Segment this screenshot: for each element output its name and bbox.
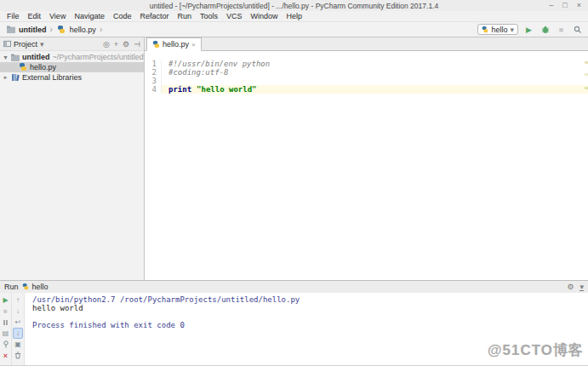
tree-file-name: hello.py (30, 63, 56, 71)
python-file-icon (152, 41, 160, 49)
soft-wrap-icon[interactable]: ↩ (13, 317, 23, 328)
up-stacktrace-icon[interactable]: ↑ (13, 295, 23, 306)
code-print-statement: print"hello world" (162, 85, 588, 94)
tab-label: hello.py (163, 40, 189, 49)
console-command-line: /usr/bin/python2.7 /root/PycharmProjects… (32, 295, 588, 304)
chevron-right-icon: › (100, 25, 102, 34)
minimize-button[interactable]: – (549, 0, 553, 11)
code-comment-coding: #coding:utf-8 (162, 68, 588, 77)
stop-icon[interactable]: ■ (1, 306, 11, 317)
console-blank-line (32, 312, 588, 321)
error-stripe[interactable] (585, 51, 588, 280)
menu-tools[interactable]: Tools (196, 11, 222, 22)
pause-output-icon[interactable] (1, 317, 11, 328)
locate-file-icon[interactable]: ◎ (103, 37, 110, 51)
navigation-bar: untitled › hello.py › hello ▾ ▶ ■ (0, 22, 588, 37)
console-stdout-line: hello world (32, 304, 588, 312)
down-stacktrace-icon[interactable]: ↓ (13, 306, 23, 317)
gear-icon[interactable]: ⚙ (567, 283, 574, 291)
breadcrumb-project[interactable]: untitled (19, 26, 47, 34)
stop-button[interactable]: ■ (556, 24, 567, 35)
run-header-toolbar: ⚙ ▾ (567, 283, 584, 291)
run-controls: hello ▾ ▶ ■ (477, 24, 583, 35)
keyword-print: print (168, 85, 191, 94)
project-panel-header: Project ▾ ◎ + ⚙ ⊣ (0, 37, 144, 51)
gear-icon[interactable]: ⚙ (123, 37, 129, 51)
menu-edit[interactable]: Edit (24, 11, 46, 22)
string-hello-world: "hello world" (197, 85, 256, 94)
python-file-icon (56, 24, 67, 35)
run-toolbar-column-1: ▶ ■ ▤ × (0, 293, 12, 365)
run-panel-title[interactable]: Run (4, 283, 19, 291)
show-console-icon[interactable]: ▤ (1, 328, 11, 339)
editor-tab-bar: hello.py × (145, 37, 588, 51)
menu-window[interactable]: Window (247, 11, 283, 22)
run-configuration-select[interactable]: hello ▾ (477, 24, 518, 35)
scroll-to-end-icon[interactable]: ↓ (13, 328, 23, 339)
code-line-4: 4 print"hello world" (145, 85, 588, 94)
run-configuration-name: hello (491, 26, 507, 34)
window-title: untitled - [~/PycharmProjects/untitled] … (150, 2, 438, 10)
menu-help[interactable]: Help (283, 11, 307, 22)
folder-icon (11, 54, 20, 61)
menu-run[interactable]: Run (173, 11, 196, 22)
close-button[interactable]: × (577, 0, 581, 11)
code-comment-shebang: #!/ussr/bin/env python (162, 60, 588, 68)
stripe-mark (585, 61, 588, 64)
tree-row-external-libraries[interactable]: ▸ External Libraries (0, 72, 144, 83)
tree-row-project-root[interactable]: ▼ untitled ~/PycharmProjects/untitled (0, 52, 144, 62)
line-number: 1 (145, 60, 162, 68)
run-button[interactable]: ▶ (523, 24, 534, 35)
project-root-path: ~/PycharmProjects/untitled (53, 53, 144, 61)
run-panel-header: Run hello ⚙ ▾ (0, 281, 588, 293)
pycharm-window: untitled - [~/PycharmProjects/untitled] … (0, 0, 588, 366)
search-everywhere-icon[interactable] (572, 24, 583, 35)
editor-area: hello.py × 1 #!/ussr/bin/env python 2 #c… (145, 37, 588, 280)
print-console-icon[interactable]: ▣ (13, 339, 23, 350)
menu-vcs[interactable]: VCS (222, 11, 247, 22)
line-number: 2 (145, 68, 162, 77)
main-area: Project ▾ ◎ + ⚙ ⊣ ▼ untitled ~/PycharmPr… (0, 37, 588, 280)
tree-row-hello-py[interactable]: hello.py (0, 62, 144, 72)
clear-console-icon[interactable] (13, 350, 23, 361)
tree-expanded-icon[interactable]: ▼ (3, 54, 9, 60)
maximize-button[interactable]: □ (562, 0, 567, 11)
external-libraries-label: External Libraries (22, 73, 82, 82)
chevron-down-icon[interactable]: ▾ (40, 40, 44, 49)
rerun-icon[interactable]: ▶ (1, 295, 11, 306)
tab-close-icon[interactable]: × (191, 41, 196, 49)
project-tree: ▼ untitled ~/PycharmProjects/untitled he… (0, 51, 144, 83)
menu-refactor[interactable]: Refactor (135, 11, 173, 22)
stripe-mark (585, 73, 588, 76)
menu-file[interactable]: File (3, 11, 24, 22)
project-tool-window: Project ▾ ◎ + ⚙ ⊣ ▼ untitled ~/PycharmPr… (0, 37, 145, 280)
chevron-down-icon: ▾ (510, 26, 514, 34)
tree-collapsed-icon[interactable]: ▸ (3, 74, 9, 81)
pin-tab-icon[interactable] (1, 339, 11, 350)
menu-bar: File Edit View Navigate Code Refactor Ru… (0, 11, 588, 22)
breadcrumb-file[interactable]: hello.py (70, 26, 96, 34)
menu-code[interactable]: Code (109, 11, 136, 22)
project-root-name: untitled (22, 53, 50, 61)
code-line-3: 3 (145, 77, 588, 85)
chevron-right-icon: › (50, 25, 53, 34)
breadcrumb: untitled › hello.py › (5, 24, 103, 35)
debug-button[interactable] (539, 24, 551, 35)
code-editor[interactable]: 1 #!/ussr/bin/env python 2 #coding:utf-8… (145, 51, 588, 280)
project-panel-title[interactable]: Project (14, 40, 37, 49)
title-bar: untitled - [~/PycharmProjects/untitled] … (0, 0, 588, 11)
code-blank-line (162, 77, 588, 85)
project-panel-toolbar: ◎ + ⚙ ⊣ (103, 37, 140, 51)
hide-panel-icon[interactable]: ⊣ (134, 37, 140, 51)
hide-panel-icon[interactable]: ▾ (579, 283, 584, 291)
run-config-name: hello (32, 283, 49, 291)
expand-icon[interactable]: + (114, 37, 118, 51)
tab-hello-py[interactable]: hello.py × (146, 37, 202, 51)
menu-navigate[interactable]: Navigate (70, 11, 109, 22)
close-panel-icon[interactable]: × (1, 350, 11, 361)
menu-view[interactable]: View (45, 11, 70, 22)
console-exit-message: Process finished with exit code 0 (32, 321, 588, 329)
line-number: 4 (145, 85, 162, 94)
python-file-icon (19, 63, 27, 71)
project-tab-icon (3, 40, 11, 48)
